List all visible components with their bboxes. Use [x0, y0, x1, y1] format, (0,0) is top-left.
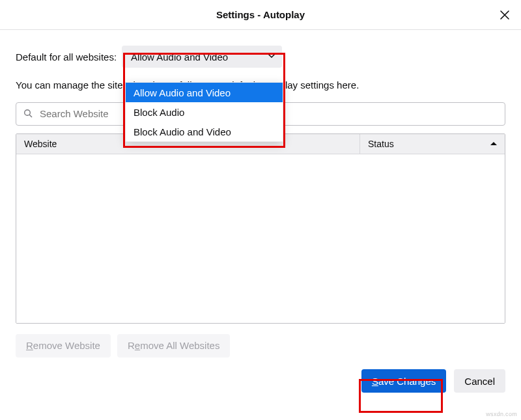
websites-table: Website Status: [16, 133, 505, 324]
svg-point-0: [25, 109, 31, 115]
save-changes-button[interactable]: Save Changes: [361, 369, 446, 393]
remove-all-websites-button[interactable]: Remove All Websites: [117, 334, 230, 357]
dropdown-option-block-audio[interactable]: Block Audio: [126, 102, 283, 122]
dialog-header: Settings - Autoplay: [0, 0, 521, 30]
default-select-value: Allow Audio and Video: [131, 51, 228, 63]
accesskey-r: R: [26, 340, 33, 351]
remove-all-pre: R: [128, 340, 135, 351]
remove-buttons-row: Remove Website Remove All Websites: [16, 334, 505, 357]
dialog-title: Settings - Autoplay: [216, 9, 305, 20]
watermark-text: wsxdn.com: [486, 411, 517, 417]
dialog-footer: Save Changes Cancel: [361, 369, 505, 393]
column-header-status-label: Status: [368, 139, 394, 149]
dropdown-option-allow-audio-video[interactable]: Allow Audio and Video: [126, 83, 283, 102]
sort-ascending-icon: [490, 142, 497, 145]
default-select[interactable]: Allow Audio and Video: [122, 46, 282, 68]
close-icon: [500, 10, 510, 20]
chevron-down-icon: [268, 53, 275, 59]
remove-website-rest: emove Website: [33, 340, 100, 351]
close-button[interactable]: [498, 8, 512, 22]
table-body: [16, 154, 505, 323]
cancel-button[interactable]: Cancel: [454, 369, 505, 393]
column-header-website-label: Website: [24, 139, 57, 149]
dropdown-option-block-audio-video[interactable]: Block Audio and Video: [126, 122, 283, 141]
svg-line-1: [29, 115, 32, 117]
default-label: Default for all websites:: [16, 51, 117, 63]
remove-all-rest: move All Websites: [140, 340, 219, 351]
save-rest: ave Changes: [378, 376, 436, 387]
search-icon: [23, 109, 33, 118]
accesskey-e: e: [135, 340, 140, 351]
remove-website-button[interactable]: Remove Website: [16, 334, 111, 357]
accesskey-s: S: [372, 376, 378, 387]
default-row: Default for all websites: Allow Audio an…: [16, 46, 505, 68]
column-header-status[interactable]: Status: [360, 134, 505, 154]
dialog-content: Default for all websites: Allow Audio an…: [0, 30, 521, 357]
default-select-dropdown: Allow Audio and Video Block Audio Block …: [125, 82, 283, 142]
